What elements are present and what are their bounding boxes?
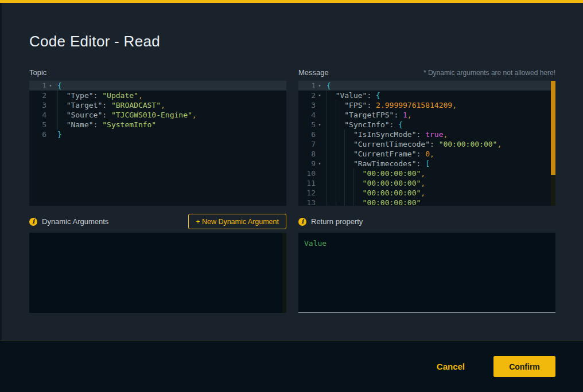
dynamic-arguments-list[interactable] <box>29 233 286 313</box>
return-property-value: Value <box>304 239 327 248</box>
message-section: Message * Dynamic arguments are not allo… <box>298 68 555 313</box>
line-number: 13 <box>298 198 316 206</box>
code-line[interactable]: 6} <box>29 130 286 139</box>
info-icon[interactable]: i <box>298 218 306 226</box>
code-line[interactable]: 1▾{ <box>29 81 286 91</box>
line-number: 8 <box>298 149 316 159</box>
code-line[interactable]: 11"00:00:00:00", <box>298 178 555 188</box>
line-number: 5 <box>298 120 316 130</box>
confirm-button[interactable]: Confirm <box>493 356 555 377</box>
code-line[interactable]: 5"Name": "SystemInfo" <box>29 120 286 130</box>
line-number: 6 <box>29 130 46 139</box>
line-number: 11 <box>298 178 316 188</box>
topic-section: Topic 1▾{2"Type": "Update",3"Target": "B… <box>29 68 286 313</box>
line-number: 2 <box>298 91 316 100</box>
code-line[interactable]: 8"CurrentFrame": 0, <box>298 149 555 159</box>
code-line[interactable]: 12"00:00:00:00", <box>298 188 555 198</box>
code-line[interactable]: 2▾"Value": { <box>298 91 555 100</box>
code-line[interactable]: 6"IsInSyncMode": true, <box>298 130 555 139</box>
code-editor-modal: Code Editor - Read Topic 1▾{2"Type": "Up… <box>0 0 583 392</box>
code-line[interactable]: 9▾"RawTimecodes": [ <box>298 159 555 168</box>
fold-arrow-icon[interactable]: ▾ <box>316 81 324 91</box>
line-number: 12 <box>298 188 316 198</box>
line-number: 7 <box>298 139 316 149</box>
message-editor-scrollbar-track[interactable] <box>551 81 555 206</box>
code-line[interactable]: 3"Target": "BROADCAST", <box>29 100 286 110</box>
topic-editor[interactable]: 1▾{2"Type": "Update",3"Target": "BROADCA… <box>29 81 286 206</box>
fold-arrow-icon[interactable]: ▾ <box>316 159 324 168</box>
line-number: 10 <box>298 168 316 178</box>
line-number: 4 <box>29 110 46 120</box>
dynamic-arguments-scrollbar-track[interactable] <box>282 233 286 313</box>
page-title: Code Editor - Read <box>29 3 555 50</box>
code-line[interactable]: 4"TargetFPS": 1, <box>298 110 555 120</box>
line-number: 3 <box>29 100 46 110</box>
message-note: * Dynamic arguments are not allowed here… <box>423 69 555 77</box>
line-number: 6 <box>298 130 316 139</box>
line-number: 1 <box>29 81 46 91</box>
code-line[interactable]: 1▾{ <box>298 81 555 91</box>
code-line[interactable]: 4"Source": "TJCGWS010-Engine", <box>29 110 286 120</box>
modal-footer: Cancel Confirm <box>0 340 583 392</box>
info-icon[interactable]: i <box>29 218 37 226</box>
line-number: 9 <box>298 159 316 168</box>
line-number: 2 <box>29 91 46 100</box>
dynamic-arguments-label: Dynamic Arguments <box>42 217 108 226</box>
message-label: Message <box>298 68 329 77</box>
code-line[interactable]: 2"Type": "Update", <box>29 91 286 100</box>
fold-arrow-icon[interactable]: ▾ <box>316 120 324 130</box>
fold-arrow-icon[interactable]: ▾ <box>46 81 55 91</box>
return-property-input[interactable]: Value <box>298 233 555 313</box>
code-line[interactable]: 7"CurrentTimecode": "00:00:00:00", <box>298 139 555 149</box>
fold-arrow-icon[interactable]: ▾ <box>316 91 324 100</box>
code-line[interactable]: 13"00:00:00:00" <box>298 198 555 206</box>
line-number: 5 <box>29 120 46 130</box>
new-dynamic-argument-button[interactable]: + New Dynamic Argument <box>188 214 286 229</box>
line-number: 3 <box>298 100 316 110</box>
code-line[interactable]: 5▾"SyncInfo": { <box>298 120 555 130</box>
line-number: 1 <box>298 81 316 91</box>
message-editor-scrollbar-thumb[interactable] <box>551 81 555 175</box>
cancel-button[interactable]: Cancel <box>437 362 465 371</box>
line-number: 4 <box>298 110 316 120</box>
return-property-label: Return property <box>311 217 363 226</box>
topic-label: Topic <box>29 68 46 77</box>
modal-content: Code Editor - Read Topic 1▾{2"Type": "Up… <box>0 3 583 340</box>
message-editor[interactable]: 1▾{2▾"Value": {3"FPS": 2.999997615814209… <box>298 81 555 206</box>
code-line[interactable]: 10"00:00:00:00", <box>298 168 555 178</box>
code-line[interactable]: 3"FPS": 2.999997615814209, <box>298 100 555 110</box>
